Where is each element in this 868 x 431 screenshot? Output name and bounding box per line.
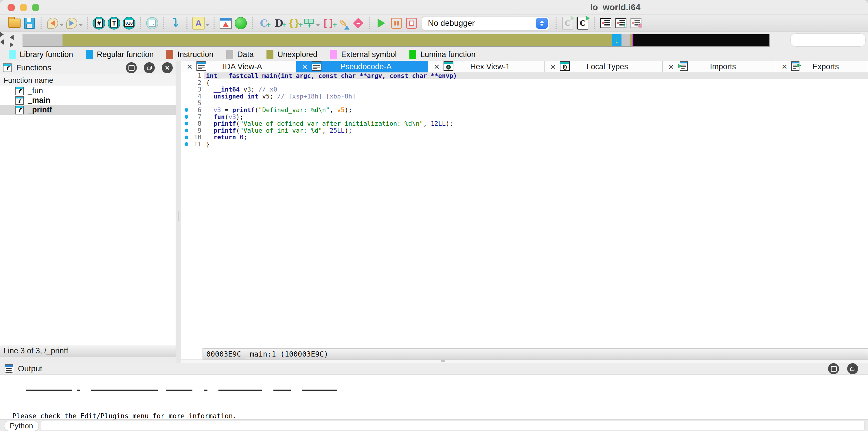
close-tab-icon[interactable]: × <box>302 62 308 71</box>
code-line[interactable]: 2{ <box>181 79 868 86</box>
current-position-marker: ↓ <box>615 34 619 45</box>
maximize-panel-button[interactable] <box>126 62 137 73</box>
edit-icon[interactable]: ✎ <box>337 17 350 30</box>
interpreter-select-button[interactable]: Python <box>4 421 39 431</box>
graph-overview-icon[interactable] <box>219 17 232 30</box>
close-tab-icon[interactable]: × <box>782 62 787 71</box>
panel-splitter[interactable] <box>176 61 181 363</box>
output-log[interactable]: Please check the Edit/Plugins menu for m… <box>0 375 868 420</box>
set-colors-icon[interactable]: A <box>192 17 205 30</box>
nav-segment-data[interactable] <box>621 34 630 46</box>
tab-local-types[interactable]: ×0Local Types <box>545 61 662 73</box>
navigate-back-icon[interactable] <box>46 17 59 30</box>
maximize-output-button[interactable] <box>828 363 839 374</box>
code-line[interactable]: 11} <box>181 141 868 148</box>
imports-icon <box>678 61 688 72</box>
function-name-column-header[interactable]: Function name <box>0 75 176 86</box>
tab-label: Hex View-1 <box>454 62 544 71</box>
line-marker-column <box>181 107 191 114</box>
produce-c-file-icon[interactable]: C <box>576 17 589 30</box>
open-file-icon[interactable] <box>8 17 21 30</box>
save-file-icon[interactable] <box>23 17 36 30</box>
nav-segment-data[interactable] <box>23 34 62 46</box>
breakpoint-icon[interactable]: – <box>351 17 365 30</box>
nav-band-scroll-right[interactable] <box>0 32 4 45</box>
code-text: unsigned int v5; // [xsp+18h] [xbp-8h] <box>204 93 868 100</box>
nav-band-scroll-left[interactable] <box>10 35 13 48</box>
close-window-button[interactable] <box>7 4 15 11</box>
tab-hex-view-1[interactable]: ×Hex View-1 <box>428 61 545 73</box>
line-number: 5 <box>191 99 204 107</box>
view-c-source-icon[interactable]: C <box>561 17 574 30</box>
debugger-select[interactable]: No debugger <box>422 16 549 30</box>
nav-segment-current-position[interactable]: ↓ <box>612 34 621 46</box>
function-row[interactable]: _fun <box>0 86 176 95</box>
cli-input[interactable] <box>41 421 865 430</box>
add-list-entry-icon[interactable]: ＋ <box>614 17 627 30</box>
make-data-icon[interactable]: D <box>272 17 286 30</box>
code-line[interactable]: 10 return 0; <box>181 134 868 141</box>
code-line[interactable]: 9 printf("Value of ini_var: %d", 25LL); <box>181 127 868 134</box>
line-number: 8 <box>191 120 204 127</box>
code-line[interactable]: 4 unsigned int v5; // [xsp+18h] [xbp-8h] <box>181 93 868 100</box>
tab-ida-view-a[interactable]: ×IDA View-A <box>181 61 296 73</box>
close-tab-icon[interactable]: × <box>669 62 674 71</box>
chevron-down-icon[interactable] <box>60 24 64 26</box>
code-line[interactable]: 6 v3 = printf("Defined_var: %d\n", v5); <box>181 107 868 114</box>
code-line[interactable]: 1int __fastcall main(int argc, const cha… <box>181 73 868 79</box>
float-output-button[interactable] <box>847 363 858 374</box>
make-binary-icon[interactable]: 010 <box>122 17 136 30</box>
pause-process-icon[interactable] <box>390 17 403 30</box>
tab-label: IDA View-A <box>206 62 296 71</box>
code-text: return 0; <box>204 134 868 141</box>
jump-to-icon[interactable]: → <box>146 17 159 30</box>
toolbar-separator <box>140 18 141 29</box>
code-text: } <box>204 141 868 148</box>
function-list: _fun_main_printf <box>0 86 176 115</box>
combo-chevrons-icon[interactable] <box>536 18 548 29</box>
scrollbar-thumb[interactable] <box>441 360 445 362</box>
code-line[interactable]: 7 fun(v3); <box>181 114 868 120</box>
nav-segment-unexplored[interactable] <box>630 34 632 46</box>
nav-search-box[interactable] <box>790 33 866 47</box>
tab-exports[interactable]: ×Exports <box>776 61 868 73</box>
code-line[interactable]: 8 printf("Value of defined_var after ini… <box>181 120 868 127</box>
jump-down-icon[interactable]: ⤵ <box>169 17 182 30</box>
chevron-down-icon[interactable] <box>206 24 210 26</box>
make-code-icon[interactable]: C <box>257 17 271 30</box>
minimize-window-button[interactable] <box>20 4 27 11</box>
tab-imports[interactable]: ×Imports <box>662 61 776 73</box>
toolbar-separator <box>163 18 164 29</box>
close-tab-icon[interactable]: × <box>187 62 192 71</box>
stop-process-icon[interactable] <box>405 17 418 30</box>
chevron-down-icon[interactable] <box>79 24 83 26</box>
close-tab-icon[interactable]: × <box>434 62 439 71</box>
function-row[interactable]: _printf <box>0 105 176 115</box>
create-struct-icon[interactable] <box>302 17 316 30</box>
start-process-icon[interactable] <box>375 17 388 30</box>
create-function-icon[interactable]: {} <box>287 17 301 30</box>
legend-swatch <box>409 50 416 59</box>
create-array-icon[interactable]: [] <box>321 17 335 30</box>
zoom-window-button[interactable] <box>32 4 39 11</box>
nav-segment-unmapped[interactable] <box>633 34 769 46</box>
close-tab-icon[interactable]: × <box>550 62 556 71</box>
pseudocode-view[interactable]: 1int __fastcall main(int argc, const cha… <box>181 73 868 348</box>
chevron-down-icon[interactable] <box>316 24 320 26</box>
float-panel-button[interactable] <box>144 62 155 73</box>
navigate-forward-icon[interactable] <box>65 17 79 30</box>
make-number-icon[interactable]: # <box>92 17 105 30</box>
code-text: v3 = printf("Defined_var: %d\n", v5); <box>204 107 868 114</box>
navigation-band[interactable]: ↓ <box>23 34 770 47</box>
nav-segment-unexplored[interactable] <box>62 34 612 46</box>
configure-list-icon[interactable]: ✱ <box>629 17 643 30</box>
make-text-icon[interactable]: T <box>107 17 121 30</box>
code-line[interactable]: 5 <box>181 99 868 107</box>
code-line[interactable]: 3 __int64 v3; // x0 <box>181 86 868 93</box>
function-row[interactable]: _main <box>0 95 176 105</box>
tab-pseudocode-a[interactable]: ×Pseudocode-A <box>296 61 428 73</box>
open-list-icon[interactable] <box>599 17 613 30</box>
tab-label: Exports <box>801 62 868 71</box>
close-panel-button[interactable]: × <box>162 62 173 73</box>
lumina-icon[interactable] <box>234 17 247 30</box>
